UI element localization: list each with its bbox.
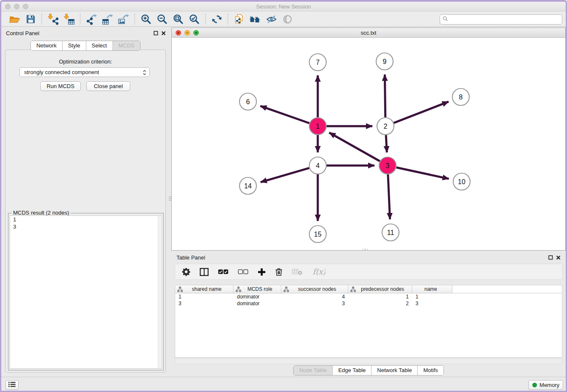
column-header-label: MCDS role (241, 286, 281, 292)
task-history-button[interactable] (6, 380, 19, 390)
run-mcds-button[interactable]: Run MCDS (40, 81, 81, 91)
save-icon[interactable] (22, 13, 39, 25)
import-network-icon[interactable] (45, 13, 61, 25)
float-panel-icon[interactable] (548, 255, 553, 261)
column-header-label: successor nodes (289, 286, 348, 292)
search-input[interactable] (450, 17, 559, 23)
criterion-dropdown-value: strongly connected component (24, 69, 99, 75)
add-column-icon[interactable] (258, 268, 266, 276)
table-splitter-handle[interactable] (362, 248, 369, 251)
close-panel-icon[interactable] (161, 30, 166, 37)
table-cell: 4 (281, 294, 348, 300)
graph-node-10[interactable]: 10 (453, 173, 470, 190)
refresh-icon[interactable] (209, 13, 225, 25)
table-tabs: Node TableEdge TableNetwork TableMotifs (293, 365, 444, 375)
criterion-dropdown[interactable]: strongly connected component (19, 67, 150, 77)
show-details-eye-icon[interactable] (279, 13, 295, 25)
network-canvas[interactable]: 1234678910111415 (172, 38, 565, 250)
mcds-result-groupbox: MCDS result (2 nodes) 13 (8, 213, 164, 370)
graph-node-6[interactable]: 6 (239, 93, 256, 110)
table-cell: 1 (348, 294, 412, 300)
graph-node-11[interactable]: 11 (382, 224, 399, 241)
tab-network[interactable]: Network (31, 41, 62, 50)
graph-node-2[interactable]: 2 (377, 118, 394, 135)
edge-3-10[interactable] (396, 168, 449, 179)
import-table-icon[interactable] (61, 13, 77, 25)
graph-node-4[interactable]: 4 (309, 157, 326, 174)
zoom-selected-icon[interactable] (186, 13, 202, 25)
column-header-shared-name[interactable]: shared name (175, 285, 234, 293)
tab-network-table[interactable]: Network Table (371, 366, 417, 375)
status-bar: Memory (1, 377, 566, 391)
graph-node-14[interactable]: 14 (239, 177, 256, 194)
tab-select[interactable]: Select (86, 41, 113, 50)
zoom-fit-icon[interactable] (170, 13, 186, 25)
table-row[interactable]: 1dominator411 (175, 293, 562, 300)
table-row[interactable]: 3dominator323 (175, 300, 562, 307)
tab-motifs[interactable]: Motifs (417, 366, 443, 375)
toolbar-separator (135, 14, 135, 25)
tab-mcds[interactable]: MCDS (113, 41, 140, 50)
memory-button[interactable]: Memory (528, 380, 563, 390)
clone-network-icon[interactable] (231, 13, 247, 25)
mcds-result-title: MCDS result (2 nodes) (11, 210, 71, 216)
float-panel-icon[interactable] (154, 30, 158, 37)
panel-splitter-handle[interactable] (169, 196, 172, 202)
node-label: 7 (316, 59, 320, 66)
mcds-result-scrollbar[interactable] (158, 216, 162, 368)
edge-3-11[interactable] (388, 174, 390, 219)
edge-1-6[interactable] (260, 106, 309, 123)
close-panel-icon[interactable] (556, 255, 561, 261)
mcds-result-item[interactable]: 1 (10, 216, 162, 223)
graph-node-3[interactable]: 3 (379, 157, 396, 174)
graph-node-8[interactable]: 8 (452, 88, 469, 105)
export-table-icon[interactable] (99, 13, 116, 25)
list-icon (8, 381, 16, 389)
tab-style[interactable]: Style (62, 41, 86, 50)
edge-2-8[interactable] (394, 102, 449, 123)
settings-gear-icon[interactable] (182, 268, 190, 276)
graph-node-15[interactable]: 15 (309, 226, 326, 243)
unselect-all-checkboxes-icon[interactable] (238, 269, 248, 275)
control-panel-title: Control Panel (6, 30, 39, 36)
node-label: 10 (458, 178, 465, 185)
select-all-checkboxes-icon[interactable] (218, 269, 228, 275)
edge-2-9[interactable] (385, 75, 385, 117)
graph-node-1[interactable]: 1 (309, 118, 326, 135)
graph-node-7[interactable]: 7 (309, 54, 326, 71)
edge-2-3[interactable] (386, 135, 387, 152)
export-network-icon[interactable] (83, 13, 99, 25)
tab-edge-table[interactable]: Edge Table (332, 366, 371, 375)
zoom-out-icon[interactable] (154, 13, 170, 25)
open-folder-icon[interactable] (6, 13, 22, 25)
column-header-successor-nodes[interactable]: successor nodes (281, 285, 348, 293)
column-header-label: name (412, 286, 452, 292)
table-cell: dominator (234, 301, 281, 306)
houses-icon[interactable] (247, 13, 263, 25)
window-titlebar: Session: New Session (1, 2, 566, 11)
export-image-icon[interactable] (116, 13, 132, 25)
toolbar-separator (205, 14, 206, 25)
split-columns-icon[interactable] (200, 268, 209, 276)
edge-3-1[interactable] (329, 133, 380, 161)
delete-columns-trash-icon[interactable] (275, 268, 283, 276)
node-label: 11 (387, 229, 394, 236)
hierarchy-icon (284, 287, 289, 292)
toolbar-separator (80, 14, 80, 25)
graph-node-9[interactable]: 9 (376, 53, 393, 70)
node-table: shared nameMCDS rolesuccessor nodesprede… (175, 285, 562, 358)
table-horizontal-scrollbar[interactable] (175, 358, 562, 364)
table-toolbar: f(x) (175, 264, 562, 280)
mcds-result-item[interactable]: 3 (10, 223, 162, 230)
hide-annotations-icon[interactable] (263, 13, 279, 25)
search-field[interactable] (440, 14, 562, 25)
column-header-name[interactable]: name (412, 285, 452, 293)
column-header-MCDS-role[interactable]: MCDS role (234, 285, 281, 293)
edge-4-14[interactable] (261, 168, 309, 182)
tab-node-table[interactable]: Node Table (294, 366, 333, 375)
network-window-titlebar: scc.txt (172, 28, 565, 38)
zoom-in-icon[interactable] (138, 13, 154, 25)
close-panel-button[interactable]: Close panel (86, 81, 130, 91)
column-header-predecessor-nodes[interactable]: predecessor nodes (348, 285, 412, 293)
toolbar-separator (41, 14, 42, 25)
